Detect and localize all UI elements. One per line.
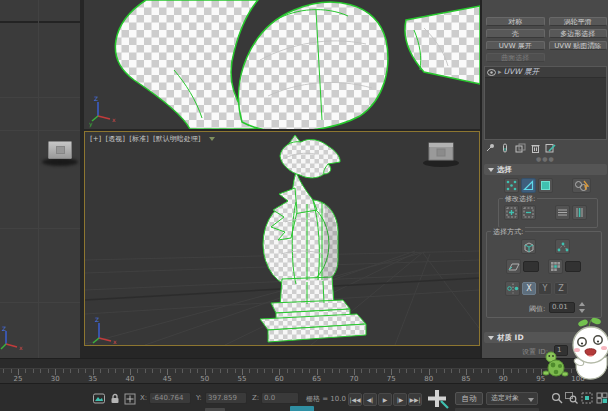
select-element-icon[interactable] bbox=[572, 178, 591, 193]
knight-statue-mesh[interactable] bbox=[260, 135, 366, 342]
y-coord-field[interactable]: 397.859 bbox=[205, 392, 247, 404]
absolute-offset-mode-icon[interactable] bbox=[123, 392, 136, 405]
timeline-tick bbox=[70, 369, 71, 373]
grow-selection-icon[interactable] bbox=[504, 205, 519, 220]
isolate-selection-icon[interactable] bbox=[92, 392, 105, 405]
timeline-tick bbox=[3, 369, 4, 373]
planar-angle-icon[interactable] bbox=[506, 259, 521, 274]
auto-key-button[interactable]: 自动 bbox=[455, 392, 483, 405]
selection-lock-icon[interactable] bbox=[108, 392, 121, 405]
planar-angle-field[interactable] bbox=[523, 261, 539, 272]
z-coord-label: Z: bbox=[252, 394, 259, 402]
playback-go-start-button[interactable]: |◀◀ bbox=[348, 393, 362, 406]
uv-mesh-blob[interactable] bbox=[239, 2, 388, 129]
time-slider-strip[interactable] bbox=[0, 358, 608, 368]
modifier-set-button[interactable]: UVW 展开 bbox=[486, 41, 545, 50]
zoom-extents-icon[interactable] bbox=[580, 391, 593, 404]
visibility-eye-icon[interactable] bbox=[487, 69, 496, 76]
ignore-backfacing-icon[interactable] bbox=[521, 239, 536, 254]
point-to-point-icon[interactable] bbox=[555, 239, 570, 254]
playback-next-frame-button[interactable]: |▶ bbox=[393, 393, 407, 406]
modifier-set-button[interactable]: 壳 bbox=[486, 29, 545, 38]
timeline-frame-label: 65 bbox=[312, 375, 321, 383]
modifier-stack-row[interactable]: ▸ UVW 展开 bbox=[485, 67, 606, 78]
spinner-up-icon[interactable] bbox=[579, 302, 585, 306]
set-key-button[interactable] bbox=[424, 388, 450, 410]
desktop-pet-mascot[interactable] bbox=[535, 315, 608, 385]
spinner-down-icon[interactable] bbox=[579, 309, 585, 313]
viewport-standard-menu[interactable]: [标准] bbox=[129, 135, 148, 143]
mirror-selection-icon[interactable] bbox=[505, 281, 520, 296]
edge-loop-icon[interactable] bbox=[572, 205, 587, 220]
svg-text:x: x bbox=[113, 338, 117, 345]
matid-field[interactable] bbox=[565, 261, 581, 272]
uv-mesh-ribbon[interactable] bbox=[115, 0, 258, 129]
timeline-tick bbox=[436, 369, 437, 373]
timeline-tick bbox=[399, 369, 400, 373]
stack-expand-arrow-icon[interactable]: ▸ bbox=[498, 68, 502, 76]
mirror-axis-x-button[interactable]: X bbox=[522, 282, 536, 295]
selection-filter-dropdown[interactable]: 选定对象 bbox=[486, 392, 538, 405]
object-shadow bbox=[42, 158, 78, 166]
viewport-axis-tripod: Z x bbox=[0, 326, 26, 352]
select-matid-icon[interactable] bbox=[548, 259, 563, 274]
uv-mesh-chunk[interactable] bbox=[405, 6, 480, 84]
timeline-frame-label: 30 bbox=[51, 375, 60, 383]
remove-modifier-trash-icon[interactable] bbox=[529, 142, 541, 154]
timeline-tick bbox=[25, 369, 26, 373]
viewport-pov-menu[interactable]: [透视] bbox=[106, 135, 125, 143]
scene-object-box[interactable] bbox=[48, 141, 72, 159]
turtle-pet[interactable] bbox=[543, 352, 568, 376]
modifier-set-button[interactable]: 对称 bbox=[486, 17, 545, 26]
threshold-label: 阈值: bbox=[529, 304, 545, 314]
zoom-all-icon[interactable] bbox=[565, 391, 578, 404]
rollout-selection-header[interactable]: 选择 bbox=[484, 164, 607, 175]
timeline-tick bbox=[444, 369, 445, 373]
zoom-icon[interactable] bbox=[550, 391, 563, 404]
scene-object-box-face bbox=[56, 146, 65, 154]
threshold-spinner[interactable] bbox=[579, 302, 586, 313]
modifier-stack-list[interactable]: ▸ UVW 展开 bbox=[484, 66, 607, 140]
vertex-mode-icon[interactable] bbox=[504, 178, 519, 193]
grid-size-label: 栅格 = 10.0 bbox=[306, 394, 346, 404]
modifier-set-button[interactable]: 曲面选择 bbox=[486, 53, 545, 62]
modifier-set-button[interactable]: 涡轮平滑 bbox=[549, 17, 608, 26]
playback-prev-frame-button[interactable]: ◀| bbox=[363, 393, 377, 406]
mirror-axis-y-button[interactable]: Y bbox=[538, 282, 552, 295]
polygon-mode-icon[interactable] bbox=[538, 178, 553, 193]
modify-selection-label: 修改选择: bbox=[503, 194, 537, 204]
timeline-ruler[interactable]: 253035404550556065707580859095100 bbox=[0, 368, 608, 383]
timeline-tick bbox=[302, 369, 303, 373]
modifier-set-button[interactable]: 多边形选择 bbox=[549, 29, 608, 38]
timeline-tick bbox=[324, 369, 325, 373]
viewport-general-menu[interactable]: [+] bbox=[90, 135, 101, 143]
edge-ring-icon[interactable] bbox=[555, 205, 570, 220]
threshold-field[interactable]: 0.01 bbox=[549, 302, 575, 313]
select-by-label: 选择方式: bbox=[491, 227, 525, 237]
viewport-shading-menu[interactable]: [默认明暗处理] bbox=[153, 135, 200, 143]
grid-axis-line bbox=[0, 21, 80, 23]
edge-mode-icon[interactable] bbox=[521, 178, 536, 193]
pin-stack-icon[interactable] bbox=[484, 142, 496, 154]
viewport-label-arrow-icon[interactable] bbox=[209, 137, 215, 141]
viewport-top[interactable]: Z x y bbox=[84, 0, 480, 129]
playback-go-end-button[interactable]: ▶▶| bbox=[408, 393, 422, 406]
viewport-left[interactable]: Z x bbox=[0, 0, 80, 358]
mirror-axis-z-button[interactable]: Z bbox=[554, 282, 568, 295]
zoom-extents-all-icon[interactable] bbox=[595, 391, 608, 404]
shrink-selection-icon[interactable] bbox=[521, 205, 536, 220]
playback-play-button[interactable]: ▶ bbox=[378, 393, 392, 406]
timeline-tick bbox=[137, 369, 138, 373]
panel-resize-grip[interactable]: ●●● bbox=[536, 155, 555, 162]
x-coord-field[interactable]: -640.764 bbox=[149, 392, 191, 404]
show-end-result-icon[interactable] bbox=[499, 142, 511, 154]
modifier-stack-item[interactable]: UVW 展开 bbox=[504, 67, 539, 77]
configure-modifier-sets-icon[interactable] bbox=[544, 142, 556, 154]
viewport-perspective[interactable]: [+] [透视] [标准] [默认明暗处理] bbox=[84, 131, 480, 346]
viewport-label: [+] [透视] [标准] [默认明暗处理] bbox=[90, 134, 217, 144]
scene-object-box[interactable] bbox=[423, 143, 459, 167]
modifier-set-button[interactable]: UVW 贴图清除 bbox=[549, 41, 608, 50]
z-coord-field[interactable]: 0.0 bbox=[261, 392, 299, 404]
make-unique-icon[interactable] bbox=[514, 142, 526, 154]
timeline-frame-label: 50 bbox=[200, 375, 209, 383]
